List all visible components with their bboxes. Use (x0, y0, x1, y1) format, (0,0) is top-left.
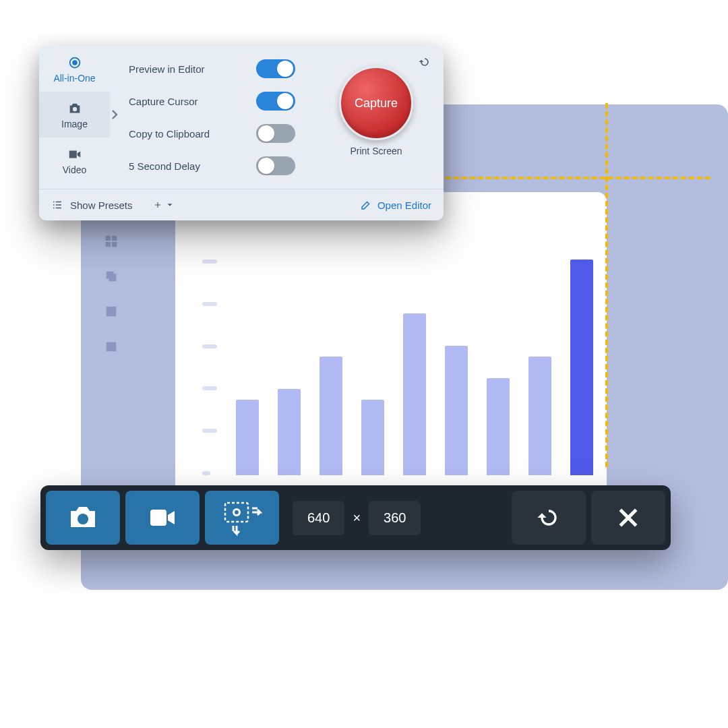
camera-icon (67, 502, 99, 534)
undo-icon (535, 504, 562, 531)
dashboard-chart-card (175, 192, 607, 502)
chart-bar (236, 400, 259, 475)
edit-icon (360, 199, 372, 211)
svg-rect-6 (150, 510, 166, 526)
chart-bar (487, 378, 510, 475)
chart-bar (570, 260, 593, 475)
svg-point-9 (235, 510, 239, 514)
toggle-capture-cursor[interactable] (256, 92, 295, 111)
option-capture-cursor: Capture Cursor (129, 85, 309, 117)
capture-toolbar: 640 × 360 (40, 485, 671, 550)
redo-capture-button[interactable] (512, 491, 586, 545)
capture-button-label: Capture (355, 96, 398, 111)
video-icon (146, 502, 179, 534)
bar-chart (202, 260, 593, 475)
show-presets-label: Show Presets (70, 200, 133, 211)
capture-panel: All-in-One Image Video Preview in Editor… (39, 46, 444, 220)
plus-icon (153, 200, 162, 210)
height-input[interactable]: 360 (369, 501, 421, 535)
caret-down-icon (165, 200, 175, 210)
capture-image-button[interactable] (46, 491, 120, 545)
layers-icon (104, 269, 119, 284)
tab-label: Video (63, 164, 87, 175)
svg-point-3 (72, 60, 77, 65)
crosshair-vertical (605, 103, 608, 467)
tab-video[interactable]: Video (39, 138, 110, 183)
capture-dimensions: 640 × 360 (293, 501, 421, 535)
scrolling-capture-button[interactable] (205, 491, 279, 545)
add-preset-button[interactable] (153, 200, 175, 210)
option-label: Preview in Editor (129, 63, 205, 75)
svg-point-5 (78, 514, 88, 524)
circle-dot-icon (67, 55, 82, 70)
toggle-preview-in-editor[interactable] (256, 59, 295, 78)
option-preview-in-editor: Preview in Editor (129, 53, 309, 85)
svg-point-4 (72, 107, 76, 111)
capture-video-button[interactable] (125, 491, 200, 545)
capture-mode-tabs: All-in-One Image Video (39, 46, 110, 189)
open-editor-button[interactable]: Open Editor (360, 199, 431, 211)
tab-label: Image (61, 119, 88, 129)
tab-label: All-in-One (53, 73, 95, 84)
option-label: Capture Cursor (129, 96, 198, 107)
width-input[interactable]: 640 (293, 501, 344, 535)
open-editor-label: Open Editor (377, 200, 431, 211)
undo-button[interactable] (418, 55, 431, 71)
tab-all-in-one[interactable]: All-in-One (39, 46, 110, 92)
undo-icon (418, 55, 431, 69)
capture-button[interactable]: Capture (339, 66, 413, 140)
chart-bar (361, 400, 384, 475)
option-label: Copy to Clipboard (129, 128, 210, 140)
toggle-5-second-delay[interactable] (256, 156, 295, 175)
camera-icon (67, 101, 82, 116)
chart-bar (403, 313, 426, 475)
calendar-icon (104, 339, 119, 354)
capture-options: Preview in Editor Capture Cursor Copy to… (110, 46, 309, 189)
square-icon (104, 304, 119, 319)
chart-bar (528, 357, 551, 475)
chart-bar (278, 389, 301, 475)
times-symbol: × (353, 510, 361, 526)
chart-bar (445, 346, 468, 475)
video-icon (67, 147, 82, 162)
chart-bar (320, 357, 342, 475)
tab-image[interactable]: Image (39, 92, 110, 138)
cancel-capture-button[interactable] (591, 491, 665, 545)
chevron-right-icon (109, 102, 121, 127)
scrolling-capture-icon (218, 499, 266, 537)
option-5-second-delay: 5 Second Delay (129, 150, 309, 182)
option-copy-to-clipboard: Copy to Clipboard (129, 117, 309, 150)
show-presets-button[interactable]: Show Presets (51, 199, 133, 211)
list-icon (51, 199, 63, 211)
close-icon (615, 504, 642, 531)
toggle-copy-to-clipboard[interactable] (256, 124, 295, 143)
option-label: 5 Second Delay (129, 160, 200, 172)
grid-icon (104, 234, 119, 249)
capture-hotkey-hint: Print Screen (309, 146, 444, 156)
